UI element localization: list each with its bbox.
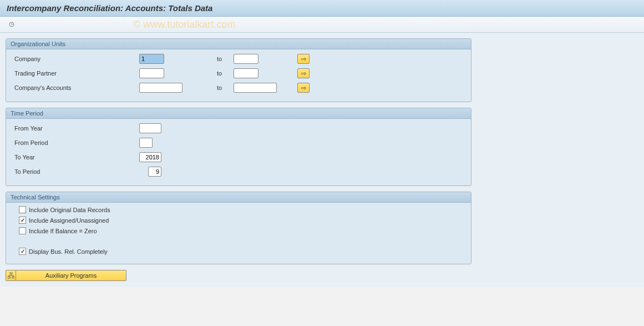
input-company-to[interactable] — [234, 54, 258, 64]
content-area: Organizational Units Company to ⇨ Tradin… — [0, 33, 644, 287]
checkbox-display-busrel[interactable] — [19, 248, 26, 255]
label-to: to — [217, 56, 234, 62]
label-include-assigned: Include Assigned/Unassigned — [29, 217, 109, 224]
checkbox-include-balance[interactable] — [19, 227, 26, 234]
title-bar: Intercompany Reconciliation: Accounts: T… — [0, 0, 644, 17]
arrow-right-icon: ⇨ — [301, 56, 306, 63]
group-title-time: Time Period — [6, 108, 471, 119]
svg-rect-3 — [10, 272, 12, 274]
input-from-period[interactable] — [139, 138, 153, 148]
label-accounts: Company's Accounts — [12, 84, 139, 91]
label-trading-partner: Trading Partner — [12, 70, 139, 77]
input-accounts-to[interactable] — [234, 83, 277, 93]
label-display-busrel: Display Bus. Rel. Completely — [29, 248, 108, 255]
row-accounts: Company's Accounts to ⇨ — [12, 82, 465, 94]
row-trading-partner: Trading Partner to ⇨ — [12, 67, 465, 79]
input-to-year[interactable] — [139, 152, 161, 162]
input-trading-from[interactable] — [139, 68, 164, 78]
row-include-assigned: Include Assigned/Unassigned — [12, 217, 465, 224]
input-company-from[interactable] — [139, 54, 164, 64]
tree-icon[interactable] — [6, 270, 16, 281]
hierarchy-icon — [8, 272, 14, 279]
label-from-year: From Year — [12, 125, 139, 132]
input-trading-to[interactable] — [234, 68, 258, 78]
label-from-period: From Period — [12, 139, 139, 146]
label-include-balance: Include If Balance = Zero — [29, 228, 97, 234]
svg-rect-4 — [8, 277, 10, 278]
label-to: to — [217, 70, 234, 77]
row-to-period: To Period — [12, 165, 465, 178]
arrow-right-icon: ⇨ — [301, 84, 306, 92]
multi-select-trading[interactable]: ⇨ — [297, 68, 310, 78]
label-to-year: To Year — [12, 154, 139, 161]
label-company: Company — [12, 56, 139, 62]
label-to: to — [217, 84, 234, 91]
row-include-balance: Include If Balance = Zero — [12, 227, 465, 234]
group-tech-settings: Technical Settings Include Original Data… — [6, 192, 471, 264]
multi-select-accounts[interactable]: ⇨ — [297, 83, 310, 93]
row-display-busrel: Display Bus. Rel. Completely — [12, 248, 465, 255]
row-from-year: From Year — [12, 122, 465, 134]
row-company: Company to ⇨ — [12, 53, 465, 65]
arrow-right-icon: ⇨ — [301, 70, 306, 77]
label-to-period: To Period — [12, 168, 148, 175]
group-title-tech: Technical Settings — [6, 192, 471, 203]
row-to-year: To Year — [12, 151, 465, 163]
input-from-year[interactable] — [139, 123, 161, 133]
row-from-period: From Period — [12, 137, 465, 149]
group-title-org: Organizational Units — [6, 39, 471, 49]
svg-rect-5 — [12, 277, 14, 278]
aux-button-wrap: Auxiliary Programs — [6, 270, 638, 281]
checkbox-include-assigned[interactable] — [19, 217, 26, 224]
clock-icon — [9, 21, 14, 28]
page-title: Intercompany Reconciliation: Accounts: T… — [7, 3, 637, 13]
checkbox-include-original[interactable] — [19, 206, 26, 213]
auxiliary-programs-button[interactable]: Auxiliary Programs — [16, 270, 126, 281]
execute-button[interactable] — [6, 19, 18, 30]
input-to-period[interactable] — [148, 167, 161, 177]
multi-select-company[interactable]: ⇨ — [297, 54, 310, 64]
label-include-original: Include Original Data Records — [29, 207, 110, 213]
row-include-original: Include Original Data Records — [12, 206, 465, 213]
toolbar — [0, 17, 644, 33]
group-org-units: Organizational Units Company to ⇨ Tradin… — [6, 38, 471, 102]
input-accounts-from[interactable] — [139, 83, 182, 93]
group-time-period: Time Period From Year From Period To Yea… — [6, 108, 471, 186]
